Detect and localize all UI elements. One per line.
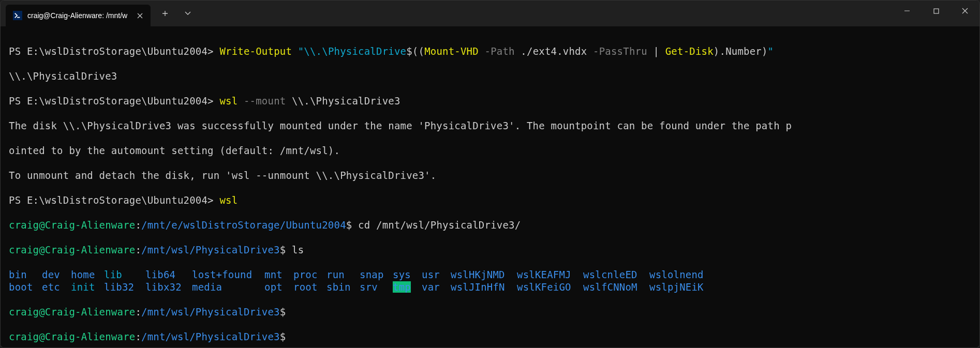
close-button[interactable] — [951, 1, 979, 21]
tab-close-button[interactable] — [135, 11, 144, 20]
ls-output: bin dev home lib lib64 lost+found mnt pr… — [9, 268, 971, 293]
terminal-output[interactable]: PS E:\wslDistroStorage\Ubuntu2004> Write… — [1, 26, 979, 347]
titlebar: craig@Craig-Alienware: /mnt/w — [1, 1, 979, 26]
tab-actions — [151, 1, 198, 26]
ps-prompt: PS E:\wslDistroStorage\Ubuntu2004> — [9, 46, 214, 57]
ls-entry: bin — [9, 268, 42, 281]
tab-title: craig@Craig-Alienware: /mnt/w — [27, 11, 130, 20]
tab-dropdown-button[interactable] — [177, 3, 198, 24]
powershell-icon — [13, 11, 22, 20]
ls-tmp-entry: tmp — [393, 281, 411, 293]
bash-userhost: craig@Craig-Alienware — [9, 219, 135, 231]
output-line: \\.\PhysicalDrive3 — [9, 70, 971, 82]
maximize-button[interactable] — [922, 1, 951, 21]
terminal-tab[interactable]: craig@Craig-Alienware: /mnt/w — [6, 5, 151, 26]
bash-path: /mnt/e/wslDistroStorage/Ubuntu2004 — [141, 219, 346, 231]
window-controls — [893, 1, 979, 21]
svg-rect-0 — [934, 9, 939, 13]
cmdlet: Write-Output — [219, 46, 292, 57]
minimize-button[interactable] — [893, 1, 922, 21]
new-tab-button[interactable] — [155, 3, 175, 24]
